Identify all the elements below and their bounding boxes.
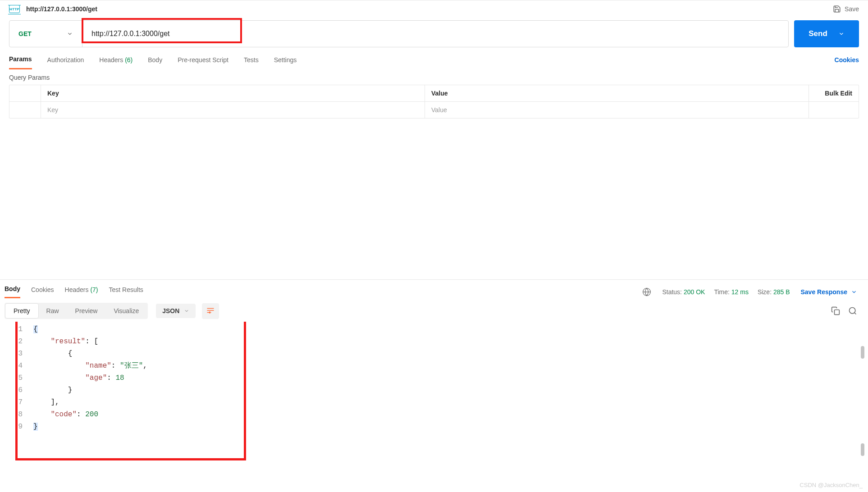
resp-tab-body[interactable]: Body [5,285,20,298]
cookies-link[interactable]: Cookies [835,56,859,69]
response-body-code[interactable]: { "result": [ { "name": "张三", "age": 18 … [33,323,147,433]
url-input[interactable] [85,25,786,43]
time-label: Time: [714,288,729,296]
tab-settings[interactable]: Settings [274,56,297,69]
scrollbar-thumb[interactable] [861,443,864,456]
request-title: http://127.0.0.1:3000/get [26,5,97,13]
table-header-checkbox [9,85,41,101]
query-params-label: Query Params [0,69,868,85]
svg-rect-4 [835,310,840,315]
method-select[interactable]: GET [9,21,82,47]
tab-body[interactable]: Body [148,56,162,69]
scrollbar-thumb[interactable] [861,346,864,359]
view-tab-pretty[interactable]: Pretty [5,304,38,318]
tab-prerequest[interactable]: Pre-request Script [178,56,228,69]
tab-headers[interactable]: Headers (6) [99,56,132,69]
watermark: CSDN @JacksonChen_ [799,482,863,488]
save-response-button[interactable]: Save Response [801,288,858,296]
chevron-down-icon [67,31,73,37]
content-type-select[interactable]: JSON [156,304,196,318]
status-value: 200 OK [684,288,705,296]
save-label: Save [845,5,859,13]
table-header-key: Key [41,85,425,101]
query-params-table: Key Value Bulk Edit Key Value [9,85,859,118]
view-tab-preview[interactable]: Preview [67,304,106,318]
copy-icon[interactable] [831,306,840,315]
table-header-value: Value [425,85,809,101]
svg-point-5 [850,308,855,314]
size-value: 285 B [773,288,790,296]
view-tab-visualize[interactable]: Visualize [105,304,147,318]
save-button[interactable]: Save [833,5,859,13]
resp-tab-cookies[interactable]: Cookies [31,286,54,298]
send-button[interactable]: Send [794,20,859,47]
table-row[interactable]: Key Value [9,102,859,118]
save-icon [833,5,841,13]
tab-tests[interactable]: Tests [244,56,259,69]
chevron-down-icon [184,308,189,314]
wrap-lines-button[interactable] [202,303,219,319]
tab-params[interactable]: Params [9,55,32,69]
globe-icon[interactable] [642,287,651,296]
size-label: Size: [758,288,772,296]
view-tab-raw[interactable]: Raw [38,304,67,318]
resp-tab-test-results[interactable]: Test Results [109,286,143,298]
chevron-down-icon [838,31,845,37]
http-method-icon: HTTP [9,5,20,13]
chevron-down-icon [851,289,857,295]
status-label: Status: [662,288,682,296]
resp-tab-headers[interactable]: Headers (7) [65,286,98,298]
bulk-edit-button[interactable]: Bulk Edit [809,85,859,101]
tab-authorization[interactable]: Authorization [47,56,84,69]
time-value: 12 ms [731,288,749,296]
wrap-icon [206,307,215,314]
svg-line-6 [854,313,856,314]
method-value: GET [18,30,32,37]
send-label: Send [809,29,827,38]
search-icon[interactable] [848,306,857,315]
param-value-input[interactable]: Value [425,102,809,118]
param-key-input[interactable]: Key [41,102,425,118]
line-gutter: 1 2 3 4 5 6 7 8 9 [12,323,23,433]
